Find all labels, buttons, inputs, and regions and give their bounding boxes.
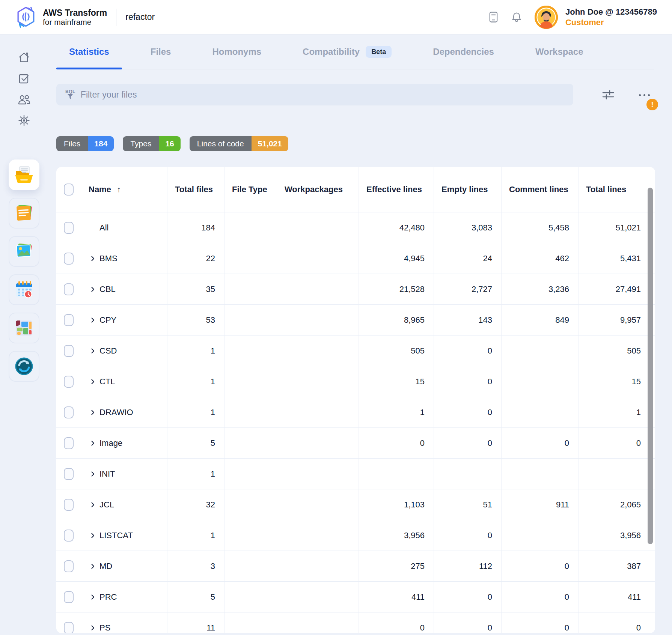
chevron-right-icon[interactable]	[90, 286, 95, 292]
row-checkbox[interactable]	[64, 314, 74, 326]
row-checkbox[interactable]	[64, 437, 74, 449]
row-file-type	[225, 366, 277, 397]
row-effective-lines: 1,103	[359, 489, 434, 520]
tab-files[interactable]: Files	[138, 35, 184, 69]
chevron-right-icon[interactable]	[90, 625, 95, 631]
sidebar-tile-files[interactable]	[9, 160, 39, 190]
table-row[interactable]: LISTCAT 1 3,956 0 3,956	[56, 520, 655, 551]
row-total-files: 184	[167, 212, 225, 243]
table-row[interactable]: Image 5 0 0 0 0	[56, 427, 655, 458]
column-header-empty-lines: Empty lines	[434, 167, 502, 212]
table-row[interactable]: JCL 32 1,103 51 911 2,065	[56, 489, 655, 520]
row-total-lines: 0	[579, 612, 655, 633]
table-row[interactable]: BMS 22 4,945 24 462 5,431	[56, 243, 655, 274]
row-checkbox[interactable]	[64, 530, 74, 542]
row-total-files: 1	[167, 397, 225, 427]
table-row[interactable]: PRC 5 411 0 0 411	[56, 581, 655, 612]
chevron-right-icon[interactable]	[90, 471, 95, 477]
vertical-scrollbar-thumb[interactable]	[648, 188, 653, 544]
filter-settings-icon[interactable]	[602, 89, 614, 102]
settings-gear-icon[interactable]	[18, 114, 30, 127]
tab-statistics[interactable]: Statistics	[56, 35, 122, 69]
row-total-files: 53	[167, 305, 225, 335]
users-icon[interactable]	[17, 93, 31, 106]
row-checkbox[interactable]	[64, 591, 74, 603]
more-actions-button[interactable]: !	[639, 94, 656, 117]
select-all-checkbox[interactable]	[64, 184, 74, 196]
row-total-lines: 2,065	[579, 489, 655, 520]
row-effective-lines: 3,956	[359, 520, 434, 551]
chevron-right-icon[interactable]	[90, 317, 95, 323]
table-row[interactable]: PS 11 0 0 0 0	[56, 612, 655, 633]
summary-chip-value: 184	[88, 136, 114, 151]
user-name[interactable]: John Doe @ 123456789	[565, 7, 657, 17]
filter-files-input[interactable]	[81, 90, 564, 100]
row-checkbox[interactable]	[64, 622, 74, 633]
row-total-files: 32	[167, 489, 225, 520]
chevron-right-icon[interactable]	[90, 440, 95, 446]
sidebar-tile-dashboard[interactable]	[9, 313, 39, 343]
row-comment-lines: 911	[502, 489, 579, 520]
tab-compatibility[interactable]: Compatibility Beta	[290, 35, 404, 69]
row-checkbox[interactable]	[64, 468, 74, 480]
row-total-lines: 1	[579, 397, 655, 427]
row-checkbox[interactable]	[64, 283, 74, 295]
avatar[interactable]	[535, 6, 558, 29]
chevron-right-icon[interactable]	[90, 256, 95, 262]
row-effective-lines: 8,965	[359, 305, 434, 335]
chevron-right-icon[interactable]	[90, 563, 95, 569]
table-row[interactable]: CBL 35 21,528 2,727 3,236 27,491	[56, 274, 655, 304]
tab-homonyms[interactable]: Homonyms	[199, 35, 274, 69]
chevron-right-icon[interactable]	[90, 533, 95, 539]
row-effective-lines: 15	[359, 366, 434, 397]
table-row[interactable]: INIT 1	[56, 458, 655, 489]
types-count-badge: Types 16	[123, 136, 180, 151]
row-checkbox[interactable]	[64, 222, 74, 234]
row-workpackages	[277, 336, 359, 366]
row-empty-lines: 0	[434, 612, 502, 633]
table-body: All 184 42,480 3,083 5,458 51,021 BMS 22…	[56, 212, 655, 633]
column-header-name[interactable]: Name ↑	[81, 167, 167, 212]
row-checkbox[interactable]	[64, 345, 74, 357]
tab-workspace[interactable]: Workspace	[523, 35, 596, 69]
row-comment-lines: 849	[502, 305, 579, 335]
row-comment-lines	[502, 520, 579, 551]
chevron-right-icon[interactable]	[90, 348, 95, 354]
row-file-type	[225, 274, 277, 304]
table-row[interactable]: CPY 53 8,965 143 849 9,957	[56, 304, 655, 335]
chevron-right-icon[interactable]	[90, 594, 95, 600]
row-checkbox[interactable]	[64, 376, 74, 388]
row-workpackages	[277, 366, 359, 397]
table-row[interactable]: DRAWIO 1 1 0 1	[56, 397, 655, 427]
notifications-bell-icon[interactable]	[511, 11, 522, 23]
tasks-check-icon[interactable]	[18, 72, 30, 85]
sidebar-tile-globe[interactable]	[9, 351, 39, 382]
beta-badge: Beta	[366, 46, 392, 58]
row-file-type	[225, 582, 277, 612]
table-row[interactable]: CTL 1 15 0 15	[56, 366, 655, 397]
table-row[interactable]: MD 3 275 112 0 387	[56, 551, 655, 581]
row-name: PRC	[99, 592, 117, 602]
row-checkbox[interactable]	[64, 499, 74, 511]
sidebar-tile-calendar[interactable]	[9, 274, 39, 305]
table-row[interactable]: CSD 1 505 0 505	[56, 335, 655, 366]
sidebar-tile-images[interactable]	[9, 236, 39, 267]
row-file-type	[225, 336, 277, 366]
row-effective-lines: 0	[359, 612, 434, 633]
sort-ascending-icon: ↑	[117, 184, 121, 195]
documentation-icon[interactable]	[488, 11, 499, 23]
row-checkbox[interactable]	[64, 560, 74, 572]
chevron-right-icon[interactable]	[90, 502, 95, 508]
tab-dependencies[interactable]: Dependencies	[420, 35, 507, 69]
table-row[interactable]: All 184 42,480 3,083 5,458 51,021	[56, 212, 655, 243]
chevron-right-icon[interactable]	[90, 409, 95, 415]
chevron-right-icon[interactable]	[90, 379, 95, 385]
row-total-files: 1	[167, 366, 225, 397]
home-icon[interactable]	[18, 51, 30, 64]
row-empty-lines: 0	[434, 582, 502, 612]
row-checkbox[interactable]	[64, 406, 74, 418]
brand-title: AWS Transform	[43, 8, 107, 18]
row-checkbox[interactable]	[64, 253, 74, 265]
row-workpackages	[277, 489, 359, 520]
sidebar-tile-notes[interactable]	[9, 198, 39, 229]
